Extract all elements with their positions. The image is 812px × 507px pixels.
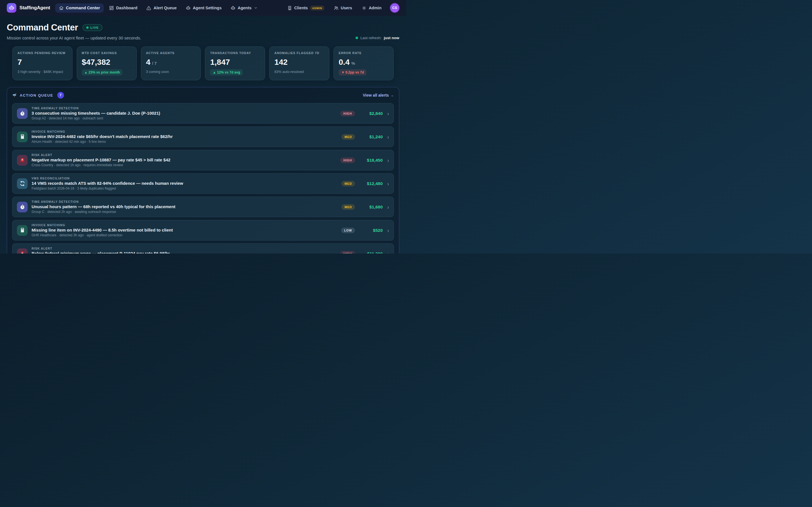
alert-triangle-icon [146, 6, 151, 10]
action-queue-panel: ACTION QUEUE 7 View all alerts → TIME AN… [7, 87, 399, 253]
nav-item-agents[interactable]: Agents [227, 3, 261, 13]
receipt-icon [19, 134, 26, 140]
nav-right: ClientsADMINUsersAdminCS [284, 3, 399, 13]
alert-text: RISK ALERTBelow federal minimum wage — p… [32, 247, 336, 253]
nav-items: Command CenterDashboardAlert QueueAgent … [55, 3, 261, 13]
kpi-value-number: 7 [17, 58, 22, 67]
nav-item-admin[interactable]: Admin [358, 3, 385, 13]
mailbox-icon [12, 93, 17, 98]
refresh-dot-icon [356, 37, 358, 39]
page-subtitle: Mission control across your AI agent fle… [7, 36, 141, 40]
nav-item-users[interactable]: Users [330, 3, 356, 13]
user-avatar[interactable]: CS [390, 3, 399, 12]
brand[interactable]: StaffingAgent [7, 3, 50, 13]
alert-text: INVOICE MATCHINGInvoice INV-2024-4482 ra… [32, 130, 338, 144]
kpi-value-number: 1,847 [210, 58, 230, 67]
alert-category: VMS RECONCILIATION [32, 177, 338, 180]
alert-row[interactable]: INVOICE MATCHINGMissing line item on INV… [12, 220, 394, 240]
kpi-label: ANOMALIES FLAGGED 7D [274, 51, 324, 55]
action-queue-count-badge: 7 [57, 92, 64, 99]
alert-text: TIME ANOMALY DETECTIONUnusual hours patt… [32, 200, 338, 214]
view-all-alerts-link[interactable]: View all alerts → [363, 93, 394, 98]
alert-row[interactable]: TIME ANOMALY DETECTIONUnusual hours patt… [12, 196, 394, 217]
app-logo [7, 3, 16, 13]
severity-badge: HIGH [340, 158, 355, 163]
siren-icon [19, 251, 26, 253]
alert-row[interactable]: RISK ALERTBelow federal minimum wage — p… [12, 243, 394, 253]
impact-amount: $2,840 [359, 111, 383, 116]
nav-item-label: Agent Settings [193, 6, 221, 10]
alert-category: TIME ANOMALY DETECTION [32, 200, 338, 203]
alert-category: INVOICE MATCHING [32, 130, 338, 133]
nav-item-label: Admin [369, 6, 382, 10]
alert-icon-box [17, 178, 28, 189]
chevron-right-icon: › [387, 251, 389, 254]
home-icon [59, 6, 64, 10]
alert-icon-box [17, 108, 28, 119]
severity-badge: HIGH [340, 251, 355, 254]
chevron-right-icon: › [387, 228, 389, 233]
chevron-right-icon: › [387, 158, 389, 163]
nav-item-clients[interactable]: ClientsADMIN [284, 3, 328, 13]
alert-icon-box [17, 155, 28, 166]
alert-row[interactable]: VMS RECONCILIATION14 VMS records match A… [12, 173, 394, 194]
alert-icon-box [17, 202, 28, 212]
kpi-subtext: 3 coming soon [146, 70, 196, 74]
live-dot-icon [86, 26, 89, 29]
users-icon [334, 6, 339, 10]
kpi-value-suffix: % [351, 61, 355, 66]
live-badge: LIVE [83, 24, 103, 31]
sync-icon [19, 180, 26, 186]
last-refresh-value: just now [384, 36, 399, 40]
kpi-value: 4/ 7 [146, 58, 196, 67]
kpi-card-actions-pending-review: ACTIONS PENDING REVIEW73 high-severity ·… [12, 47, 72, 80]
alert-category: TIME ANOMALY DETECTION [32, 107, 336, 110]
robot-icon [231, 6, 236, 10]
action-queue-title-label: ACTION QUEUE [20, 93, 53, 98]
kpi-trend-pill: ▲ 12% vs 7d avg [210, 69, 243, 75]
alert-title: 14 VMS records match ATS with 82-94% con… [32, 181, 338, 186]
top-nav: StaffingAgent Command CenterDashboardAle… [0, 0, 406, 16]
kpi-label: ACTIVE AGENTS [146, 51, 196, 55]
alert-icon-box [17, 131, 28, 142]
kpi-card-mtd-cost-savings: MTD COST SAVINGS$47,382▲ 23% vs prior mo… [77, 47, 137, 80]
nav-item-dashboard[interactable]: Dashboard [105, 3, 141, 13]
kpi-row: ACTIONS PENDING REVIEW73 high-severity ·… [12, 47, 394, 80]
kpi-subtext: 3 high-severity · $48K impact [17, 70, 67, 74]
kpi-value: 142 [274, 58, 324, 67]
nav-item-label: Command Center [66, 6, 100, 10]
chevron-right-icon: › [387, 204, 389, 210]
kpi-value: 1,847 [210, 58, 260, 67]
kpi-value: 7 [17, 58, 67, 67]
impact-amount: $1,680 [359, 205, 383, 210]
nav-item-label: Alert Queue [153, 6, 176, 10]
alert-row[interactable]: TIME ANOMALY DETECTION3 consecutive miss… [12, 103, 394, 124]
nav-item-alert-queue[interactable]: Alert Queue [143, 3, 180, 13]
nav-item-agent-settings[interactable]: Agent Settings [182, 3, 225, 13]
stopwatch-icon [19, 204, 26, 210]
severity-badge: MED [342, 134, 355, 140]
impact-amount: $18,450 [359, 158, 383, 163]
alert-text: RISK ALERTNegative markup on placement P… [32, 153, 336, 167]
alert-text: VMS RECONCILIATION14 VMS records match A… [32, 177, 338, 190]
kpi-label: ERROR RATE [339, 51, 389, 55]
kpi-value-number: $47,382 [82, 58, 110, 67]
alert-text: TIME ANOMALY DETECTION3 consecutive miss… [32, 107, 336, 120]
last-refresh-label: Last refresh: [360, 36, 382, 40]
kpi-value: $47,382 [82, 58, 132, 67]
chevron-right-icon: › [387, 181, 389, 186]
action-queue-title: ACTION QUEUE 7 [12, 92, 64, 99]
alert-icon-box [17, 248, 28, 254]
alert-meta: Atrium Health · detected 42 min ago · 5 … [32, 140, 338, 144]
dashboard-grid-icon [109, 6, 114, 10]
robot-icon-white [9, 5, 14, 11]
impact-amount: $520 [359, 228, 383, 233]
alert-meta: Group A2 · detected 14 min ago · outreac… [32, 116, 336, 120]
receipt-icon [19, 227, 26, 233]
alert-row[interactable]: RISK ALERTNegative markup on placement P… [12, 150, 394, 170]
alert-row[interactable]: INVOICE MATCHINGInvoice INV-2024-4482 ra… [12, 126, 394, 147]
nav-item-command-center[interactable]: Command Center [55, 3, 104, 13]
alert-meta: Group C · detected 2h ago · awaiting out… [32, 210, 338, 214]
alert-title: Below federal minimum wage — placement P… [32, 251, 336, 253]
robot-icon [186, 6, 191, 10]
